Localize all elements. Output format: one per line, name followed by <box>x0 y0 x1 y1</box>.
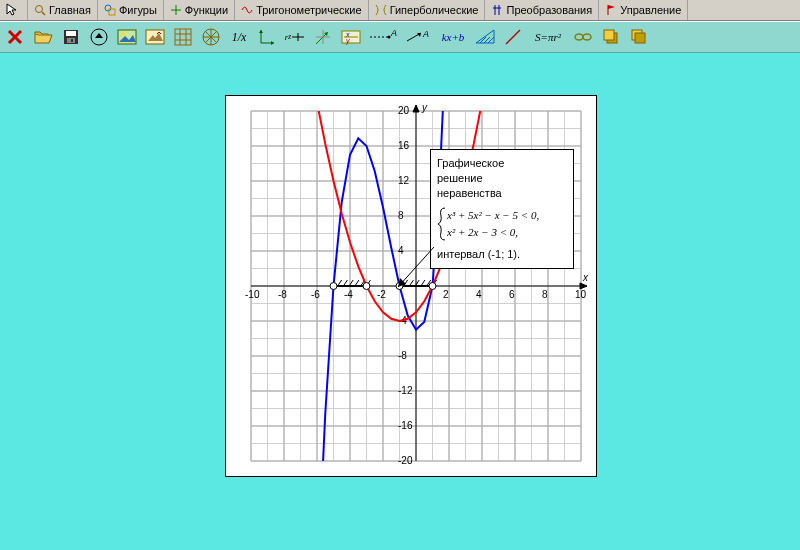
menu-label: Фигуры <box>119 4 157 16</box>
grid-icon <box>174 28 192 46</box>
bring-front-button[interactable] <box>600 26 622 48</box>
eject-icon <box>90 28 108 46</box>
grid-button[interactable] <box>172 26 194 48</box>
svg-text:x: x <box>582 272 589 283</box>
menu-label: Главная <box>49 4 91 16</box>
callout-arrow <box>392 245 437 295</box>
svg-text:2: 2 <box>443 289 449 300</box>
svg-point-16 <box>121 32 125 36</box>
brace-icon <box>437 207 447 241</box>
hatch-icon <box>475 29 495 45</box>
svg-text:A: A <box>422 29 429 39</box>
svg-rect-53 <box>635 33 645 43</box>
open-button[interactable] <box>32 26 54 48</box>
linear-button[interactable]: kx+b <box>438 26 468 48</box>
line-button[interactable] <box>502 26 524 48</box>
svg-text:y: y <box>421 102 428 113</box>
menu-label: Тригонометрические <box>256 4 361 16</box>
back-icon <box>630 28 648 46</box>
compass-icon <box>202 28 220 46</box>
svg-point-41 <box>388 36 391 39</box>
svg-point-155 <box>330 283 337 290</box>
axes-button[interactable] <box>256 26 278 48</box>
floppy-icon <box>62 28 80 46</box>
callout-line: решение <box>437 171 567 186</box>
svg-text:20: 20 <box>398 105 410 116</box>
sine-icon <box>241 4 253 16</box>
svg-point-2 <box>105 5 111 11</box>
compass-button[interactable] <box>200 26 222 48</box>
shapes-icon <box>104 4 116 16</box>
send-back-button[interactable] <box>628 26 650 48</box>
hatch-button[interactable] <box>474 26 496 48</box>
menu-bar: Главная Фигуры Функции Тригонометрически… <box>0 0 800 21</box>
svg-text:4: 4 <box>476 289 482 300</box>
menu-main[interactable]: Главная <box>28 0 98 20</box>
menu-trig[interactable]: Тригонометрические <box>235 0 368 20</box>
svg-text:8: 8 <box>398 210 404 221</box>
fraction-button[interactable]: 1/x <box>228 26 250 48</box>
svg-text:-10: -10 <box>245 289 260 300</box>
save-button[interactable] <box>60 26 82 48</box>
picture-icon <box>117 28 137 46</box>
svg-text:-2: -2 <box>377 289 386 300</box>
image-button-2[interactable] <box>144 26 166 48</box>
svg-point-156 <box>363 283 370 290</box>
svg-rect-13 <box>71 39 73 42</box>
menu-transform[interactable]: Преобразования <box>485 0 599 20</box>
svg-line-1 <box>42 12 45 15</box>
svg-rect-17 <box>146 30 164 44</box>
svg-text:16: 16 <box>398 140 410 151</box>
callout-eq2: x² + 2x − 3 < 0, <box>447 225 539 240</box>
flag-icon <box>605 4 617 16</box>
delete-button[interactable] <box>4 26 26 48</box>
folder-open-icon <box>33 28 53 46</box>
callout-line: неравенства <box>437 186 567 201</box>
menu-manage[interactable]: Управление <box>599 0 688 20</box>
svg-line-47 <box>506 30 520 44</box>
pointer-tab[interactable] <box>0 0 28 20</box>
svg-text:10: 10 <box>575 289 587 300</box>
svg-text:-8: -8 <box>278 289 287 300</box>
eject-button[interactable] <box>88 26 110 48</box>
fraction-box-button[interactable]: xy <box>340 26 362 48</box>
hyperbola-icon <box>375 4 387 16</box>
chain-button[interactable] <box>572 26 594 48</box>
chain-icon <box>574 31 592 43</box>
menu-label: Функции <box>185 4 228 16</box>
svg-rect-18 <box>175 29 191 45</box>
svg-text:-8: -8 <box>398 350 407 361</box>
menu-label: Преобразования <box>506 4 592 16</box>
dashed-icon: A <box>369 29 397 45</box>
image-button-1[interactable] <box>116 26 138 48</box>
dashed-a-button[interactable]: A <box>368 26 398 48</box>
axes-arrow-button[interactable] <box>312 26 334 48</box>
menu-figures[interactable]: Фигуры <box>98 0 164 20</box>
x-icon <box>6 28 24 46</box>
xy-box-icon: xy <box>341 28 361 46</box>
menu-hyper[interactable]: Гиперболические <box>369 0 486 20</box>
svg-text:6: 6 <box>509 289 515 300</box>
picture2-icon <box>145 28 165 46</box>
arrow-a-button[interactable]: A <box>404 26 432 48</box>
callout-interval: интервал (-1; 1). <box>437 247 567 262</box>
svg-text:-12: -12 <box>398 385 413 396</box>
front-icon <box>602 28 620 46</box>
svg-rect-51 <box>604 30 614 40</box>
toolbar: 1/x rz xy A A kx+b S=πr² <box>0 21 800 53</box>
axes2-icon <box>258 28 276 46</box>
menu-functions[interactable]: Функции <box>164 0 235 20</box>
arrow-a-icon: A <box>405 29 431 45</box>
callout-eq1: x³ + 5x² − x − 5 < 0, <box>447 208 539 223</box>
line-icon <box>504 28 522 46</box>
axes-rz-button[interactable]: rz <box>284 26 306 48</box>
svg-text:-4: -4 <box>344 289 353 300</box>
search-icon <box>34 4 46 16</box>
fraction-label: 1/x <box>232 30 247 45</box>
svg-text:-16: -16 <box>398 420 413 431</box>
annotation-callout[interactable]: Графическое решение неравенства x³ + 5x²… <box>430 149 574 269</box>
formula-button[interactable]: S=πr² <box>530 26 566 48</box>
transform-icon <box>491 4 503 16</box>
formula-label: S=πr² <box>535 31 561 43</box>
svg-text:12: 12 <box>398 175 410 186</box>
